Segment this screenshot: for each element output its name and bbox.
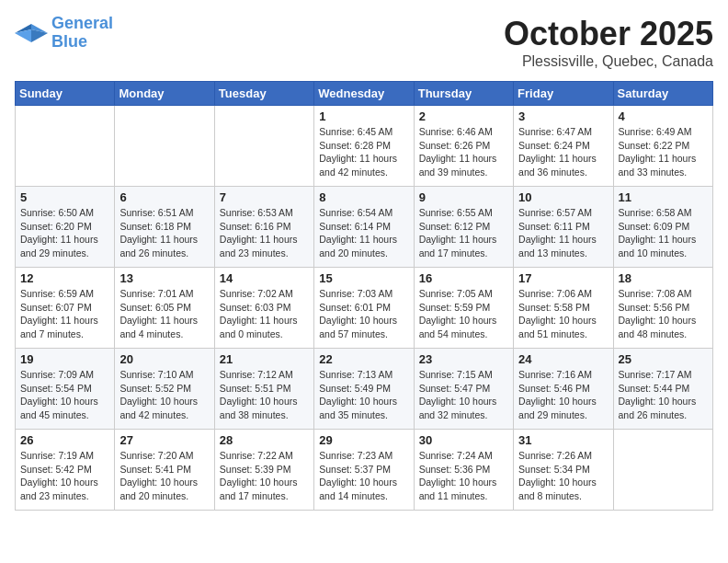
title-block: October 2025 Plessisville, Quebec, Canad… bbox=[504, 15, 713, 70]
table-row: 13Sunrise: 7:01 AMSunset: 6:05 PMDayligh… bbox=[115, 268, 214, 349]
table-row: 8Sunrise: 6:54 AMSunset: 6:14 PMDaylight… bbox=[314, 187, 414, 268]
table-row: 25Sunrise: 7:17 AMSunset: 5:44 PMDayligh… bbox=[613, 349, 712, 430]
day-number: 27 bbox=[119, 433, 209, 447]
day-info: Sunrise: 7:24 AMSunset: 5:36 PMDaylight:… bbox=[419, 449, 508, 503]
table-row: 28Sunrise: 7:22 AMSunset: 5:39 PMDayligh… bbox=[214, 430, 313, 511]
col-wednesday: Wednesday bbox=[314, 82, 414, 106]
day-number: 22 bbox=[319, 352, 408, 366]
day-number: 11 bbox=[619, 190, 708, 204]
table-row: 7Sunrise: 6:53 AMSunset: 6:16 PMDaylight… bbox=[214, 187, 313, 268]
table-row: 19Sunrise: 7:09 AMSunset: 5:54 PMDayligh… bbox=[16, 349, 115, 430]
calendar-week-row: 19Sunrise: 7:09 AMSunset: 5:54 PMDayligh… bbox=[16, 349, 713, 430]
table-row: 29Sunrise: 7:23 AMSunset: 5:37 PMDayligh… bbox=[314, 430, 414, 511]
day-info: Sunrise: 7:19 AMSunset: 5:42 PMDaylight:… bbox=[20, 449, 109, 503]
day-info: Sunrise: 7:09 AMSunset: 5:54 PMDaylight:… bbox=[20, 368, 109, 422]
col-friday: Friday bbox=[514, 82, 613, 106]
day-number: 4 bbox=[619, 109, 708, 123]
day-info: Sunrise: 6:57 AMSunset: 6:11 PMDaylight:… bbox=[518, 206, 608, 260]
day-number: 26 bbox=[20, 433, 109, 447]
logo-text: General Blue bbox=[51, 15, 113, 52]
day-number: 3 bbox=[518, 109, 608, 123]
col-thursday: Thursday bbox=[414, 82, 513, 106]
calendar-week-row: 1Sunrise: 6:45 AMSunset: 6:28 PMDaylight… bbox=[16, 106, 713, 187]
day-info: Sunrise: 6:53 AMSunset: 6:16 PMDaylight:… bbox=[220, 206, 309, 260]
day-info: Sunrise: 7:13 AMSunset: 5:49 PMDaylight:… bbox=[319, 368, 408, 422]
page-header: General Blue October 2025 Plessisville, … bbox=[15, 15, 713, 70]
day-info: Sunrise: 6:49 AMSunset: 6:22 PMDaylight:… bbox=[619, 125, 708, 179]
table-row: 12Sunrise: 6:59 AMSunset: 6:07 PMDayligh… bbox=[16, 268, 115, 349]
table-row: 5Sunrise: 6:50 AMSunset: 6:20 PMDaylight… bbox=[16, 187, 115, 268]
table-row: 21Sunrise: 7:12 AMSunset: 5:51 PMDayligh… bbox=[214, 349, 313, 430]
calendar-week-row: 26Sunrise: 7:19 AMSunset: 5:42 PMDayligh… bbox=[16, 430, 713, 511]
day-number: 23 bbox=[419, 352, 508, 366]
day-info: Sunrise: 6:58 AMSunset: 6:09 PMDaylight:… bbox=[619, 206, 708, 260]
day-number: 5 bbox=[20, 190, 109, 204]
calendar-table: Sunday Monday Tuesday Wednesday Thursday… bbox=[15, 81, 713, 511]
day-info: Sunrise: 7:01 AMSunset: 6:05 PMDaylight:… bbox=[119, 287, 209, 341]
day-number: 2 bbox=[419, 109, 508, 123]
day-info: Sunrise: 6:54 AMSunset: 6:14 PMDaylight:… bbox=[319, 206, 408, 260]
day-number: 18 bbox=[619, 271, 708, 285]
table-row: 2Sunrise: 6:46 AMSunset: 6:26 PMDaylight… bbox=[414, 106, 513, 187]
day-number: 8 bbox=[319, 190, 408, 204]
table-row: 26Sunrise: 7:19 AMSunset: 5:42 PMDayligh… bbox=[16, 430, 115, 511]
table-row: 10Sunrise: 6:57 AMSunset: 6:11 PMDayligh… bbox=[514, 187, 613, 268]
table-row: 27Sunrise: 7:20 AMSunset: 5:41 PMDayligh… bbox=[115, 430, 214, 511]
day-number: 24 bbox=[518, 352, 608, 366]
day-info: Sunrise: 6:59 AMSunset: 6:07 PMDaylight:… bbox=[20, 287, 109, 341]
calendar-week-row: 12Sunrise: 6:59 AMSunset: 6:07 PMDayligh… bbox=[16, 268, 713, 349]
col-monday: Monday bbox=[115, 82, 214, 106]
col-saturday: Saturday bbox=[613, 82, 712, 106]
table-row bbox=[115, 106, 214, 187]
calendar-week-row: 5Sunrise: 6:50 AMSunset: 6:20 PMDaylight… bbox=[16, 187, 713, 268]
day-info: Sunrise: 6:50 AMSunset: 6:20 PMDaylight:… bbox=[20, 206, 109, 260]
day-number: 7 bbox=[220, 190, 309, 204]
day-number: 25 bbox=[619, 352, 708, 366]
day-number: 17 bbox=[518, 271, 608, 285]
day-number: 15 bbox=[319, 271, 408, 285]
day-number: 20 bbox=[119, 352, 209, 366]
calendar-header-row: Sunday Monday Tuesday Wednesday Thursday… bbox=[16, 82, 713, 106]
table-row: 3Sunrise: 6:47 AMSunset: 6:24 PMDaylight… bbox=[514, 106, 613, 187]
day-number: 19 bbox=[20, 352, 109, 366]
svg-marker-3 bbox=[15, 29, 31, 42]
day-info: Sunrise: 7:06 AMSunset: 5:58 PMDaylight:… bbox=[518, 287, 608, 341]
day-info: Sunrise: 7:22 AMSunset: 5:39 PMDaylight:… bbox=[220, 449, 309, 503]
day-info: Sunrise: 7:26 AMSunset: 5:34 PMDaylight:… bbox=[518, 449, 608, 503]
table-row: 15Sunrise: 7:03 AMSunset: 6:01 PMDayligh… bbox=[314, 268, 414, 349]
table-row: 14Sunrise: 7:02 AMSunset: 6:03 PMDayligh… bbox=[214, 268, 313, 349]
table-row bbox=[613, 430, 712, 511]
day-number: 16 bbox=[419, 271, 508, 285]
day-info: Sunrise: 7:08 AMSunset: 5:56 PMDaylight:… bbox=[619, 287, 708, 341]
day-info: Sunrise: 7:17 AMSunset: 5:44 PMDaylight:… bbox=[619, 368, 708, 422]
table-row: 17Sunrise: 7:06 AMSunset: 5:58 PMDayligh… bbox=[514, 268, 613, 349]
table-row: 23Sunrise: 7:15 AMSunset: 5:47 PMDayligh… bbox=[414, 349, 513, 430]
table-row bbox=[214, 106, 313, 187]
logo-icon bbox=[15, 20, 48, 46]
logo: General Blue bbox=[15, 15, 113, 52]
day-info: Sunrise: 7:05 AMSunset: 5:59 PMDaylight:… bbox=[419, 287, 508, 341]
table-row bbox=[16, 106, 115, 187]
day-number: 13 bbox=[119, 271, 209, 285]
day-number: 1 bbox=[319, 109, 408, 123]
day-info: Sunrise: 6:47 AMSunset: 6:24 PMDaylight:… bbox=[518, 125, 608, 179]
day-number: 6 bbox=[119, 190, 209, 204]
table-row: 20Sunrise: 7:10 AMSunset: 5:52 PMDayligh… bbox=[115, 349, 214, 430]
day-number: 28 bbox=[220, 433, 309, 447]
table-row: 1Sunrise: 6:45 AMSunset: 6:28 PMDaylight… bbox=[314, 106, 414, 187]
table-row: 9Sunrise: 6:55 AMSunset: 6:12 PMDaylight… bbox=[414, 187, 513, 268]
table-row: 31Sunrise: 7:26 AMSunset: 5:34 PMDayligh… bbox=[514, 430, 613, 511]
day-number: 9 bbox=[419, 190, 508, 204]
month-title: October 2025 bbox=[504, 15, 713, 53]
day-info: Sunrise: 7:02 AMSunset: 6:03 PMDaylight:… bbox=[220, 287, 309, 341]
day-info: Sunrise: 6:46 AMSunset: 6:26 PMDaylight:… bbox=[419, 125, 508, 179]
table-row: 6Sunrise: 6:51 AMSunset: 6:18 PMDaylight… bbox=[115, 187, 214, 268]
day-info: Sunrise: 6:45 AMSunset: 6:28 PMDaylight:… bbox=[319, 125, 408, 179]
day-info: Sunrise: 7:03 AMSunset: 6:01 PMDaylight:… bbox=[319, 287, 408, 341]
location-title: Plessisville, Quebec, Canada bbox=[504, 53, 713, 70]
day-number: 31 bbox=[518, 433, 608, 447]
day-info: Sunrise: 7:23 AMSunset: 5:37 PMDaylight:… bbox=[319, 449, 408, 503]
day-number: 14 bbox=[220, 271, 309, 285]
table-row: 4Sunrise: 6:49 AMSunset: 6:22 PMDaylight… bbox=[613, 106, 712, 187]
table-row: 16Sunrise: 7:05 AMSunset: 5:59 PMDayligh… bbox=[414, 268, 513, 349]
